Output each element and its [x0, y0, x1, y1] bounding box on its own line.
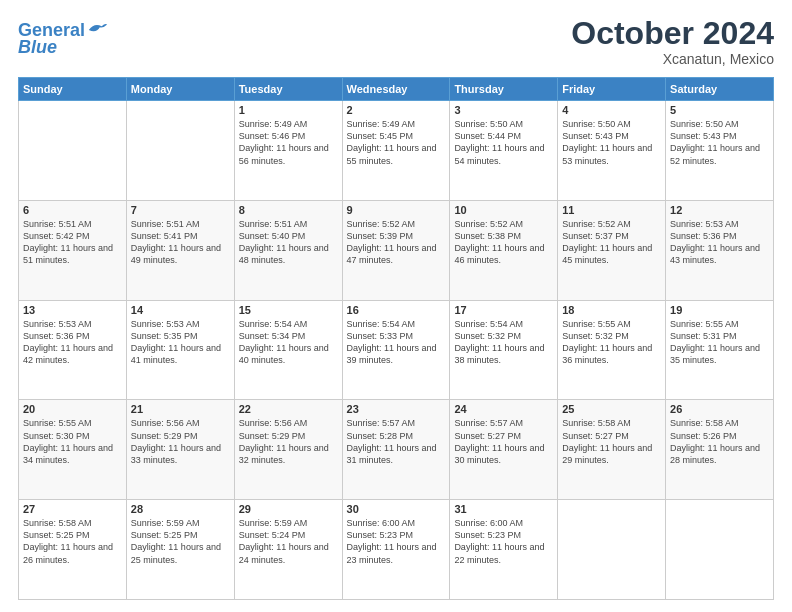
day-number: 26	[670, 403, 769, 415]
day-detail: Sunrise: 5:53 AM Sunset: 5:36 PM Dayligh…	[23, 318, 122, 367]
calendar-header-row: SundayMondayTuesdayWednesdayThursdayFrid…	[19, 78, 774, 101]
day-detail: Sunrise: 5:51 AM Sunset: 5:40 PM Dayligh…	[239, 218, 338, 267]
calendar-cell	[19, 101, 127, 201]
calendar-cell: 24Sunrise: 5:57 AM Sunset: 5:27 PM Dayli…	[450, 400, 558, 500]
day-detail: Sunrise: 5:52 AM Sunset: 5:37 PM Dayligh…	[562, 218, 661, 267]
day-detail: Sunrise: 5:51 AM Sunset: 5:42 PM Dayligh…	[23, 218, 122, 267]
day-number: 8	[239, 204, 338, 216]
week-row-3: 13Sunrise: 5:53 AM Sunset: 5:36 PM Dayli…	[19, 300, 774, 400]
day-header-thursday: Thursday	[450, 78, 558, 101]
calendar-table: SundayMondayTuesdayWednesdayThursdayFrid…	[18, 77, 774, 600]
day-header-monday: Monday	[126, 78, 234, 101]
day-number: 4	[562, 104, 661, 116]
calendar-cell: 1Sunrise: 5:49 AM Sunset: 5:46 PM Daylig…	[234, 101, 342, 201]
calendar-cell: 30Sunrise: 6:00 AM Sunset: 5:23 PM Dayli…	[342, 500, 450, 600]
day-detail: Sunrise: 5:58 AM Sunset: 5:26 PM Dayligh…	[670, 417, 769, 466]
day-detail: Sunrise: 5:52 AM Sunset: 5:39 PM Dayligh…	[347, 218, 446, 267]
day-detail: Sunrise: 5:57 AM Sunset: 5:28 PM Dayligh…	[347, 417, 446, 466]
day-number: 11	[562, 204, 661, 216]
day-number: 22	[239, 403, 338, 415]
day-detail: Sunrise: 5:55 AM Sunset: 5:30 PM Dayligh…	[23, 417, 122, 466]
day-number: 29	[239, 503, 338, 515]
calendar-cell: 23Sunrise: 5:57 AM Sunset: 5:28 PM Dayli…	[342, 400, 450, 500]
calendar-cell: 31Sunrise: 6:00 AM Sunset: 5:23 PM Dayli…	[450, 500, 558, 600]
calendar-cell: 27Sunrise: 5:58 AM Sunset: 5:25 PM Dayli…	[19, 500, 127, 600]
calendar-cell: 11Sunrise: 5:52 AM Sunset: 5:37 PM Dayli…	[558, 200, 666, 300]
calendar-cell: 7Sunrise: 5:51 AM Sunset: 5:41 PM Daylig…	[126, 200, 234, 300]
day-number: 6	[23, 204, 122, 216]
day-detail: Sunrise: 5:53 AM Sunset: 5:36 PM Dayligh…	[670, 218, 769, 267]
day-number: 19	[670, 304, 769, 316]
day-detail: Sunrise: 5:54 AM Sunset: 5:33 PM Dayligh…	[347, 318, 446, 367]
calendar-cell: 22Sunrise: 5:56 AM Sunset: 5:29 PM Dayli…	[234, 400, 342, 500]
day-number: 24	[454, 403, 553, 415]
calendar-cell: 3Sunrise: 5:50 AM Sunset: 5:44 PM Daylig…	[450, 101, 558, 201]
day-number: 16	[347, 304, 446, 316]
day-number: 14	[131, 304, 230, 316]
day-number: 17	[454, 304, 553, 316]
week-row-4: 20Sunrise: 5:55 AM Sunset: 5:30 PM Dayli…	[19, 400, 774, 500]
calendar-cell: 8Sunrise: 5:51 AM Sunset: 5:40 PM Daylig…	[234, 200, 342, 300]
day-number: 10	[454, 204, 553, 216]
day-number: 7	[131, 204, 230, 216]
week-row-2: 6Sunrise: 5:51 AM Sunset: 5:42 PM Daylig…	[19, 200, 774, 300]
calendar-cell: 14Sunrise: 5:53 AM Sunset: 5:35 PM Dayli…	[126, 300, 234, 400]
day-detail: Sunrise: 5:53 AM Sunset: 5:35 PM Dayligh…	[131, 318, 230, 367]
day-header-saturday: Saturday	[666, 78, 774, 101]
day-detail: Sunrise: 5:54 AM Sunset: 5:32 PM Dayligh…	[454, 318, 553, 367]
calendar-cell: 28Sunrise: 5:59 AM Sunset: 5:25 PM Dayli…	[126, 500, 234, 600]
page: General Blue October 2024 Xcanatun, Mexi…	[0, 0, 792, 612]
calendar-cell: 15Sunrise: 5:54 AM Sunset: 5:34 PM Dayli…	[234, 300, 342, 400]
day-detail: Sunrise: 5:55 AM Sunset: 5:32 PM Dayligh…	[562, 318, 661, 367]
calendar-cell: 2Sunrise: 5:49 AM Sunset: 5:45 PM Daylig…	[342, 101, 450, 201]
day-header-sunday: Sunday	[19, 78, 127, 101]
day-detail: Sunrise: 5:57 AM Sunset: 5:27 PM Dayligh…	[454, 417, 553, 466]
day-number: 3	[454, 104, 553, 116]
day-detail: Sunrise: 5:56 AM Sunset: 5:29 PM Dayligh…	[131, 417, 230, 466]
month-title: October 2024	[571, 16, 774, 51]
day-number: 1	[239, 104, 338, 116]
calendar-cell: 26Sunrise: 5:58 AM Sunset: 5:26 PM Dayli…	[666, 400, 774, 500]
calendar-cell: 12Sunrise: 5:53 AM Sunset: 5:36 PM Dayli…	[666, 200, 774, 300]
day-number: 20	[23, 403, 122, 415]
day-number: 18	[562, 304, 661, 316]
calendar-cell: 19Sunrise: 5:55 AM Sunset: 5:31 PM Dayli…	[666, 300, 774, 400]
day-number: 30	[347, 503, 446, 515]
logo: General Blue	[18, 20, 109, 56]
calendar-cell: 13Sunrise: 5:53 AM Sunset: 5:36 PM Dayli…	[19, 300, 127, 400]
day-number: 23	[347, 403, 446, 415]
calendar-cell	[558, 500, 666, 600]
day-detail: Sunrise: 5:54 AM Sunset: 5:34 PM Dayligh…	[239, 318, 338, 367]
day-number: 2	[347, 104, 446, 116]
day-detail: Sunrise: 5:49 AM Sunset: 5:46 PM Dayligh…	[239, 118, 338, 167]
day-header-wednesday: Wednesday	[342, 78, 450, 101]
location: Xcanatun, Mexico	[571, 51, 774, 67]
logo-blue-text: Blue	[18, 38, 57, 56]
day-number: 12	[670, 204, 769, 216]
calendar-cell: 25Sunrise: 5:58 AM Sunset: 5:27 PM Dayli…	[558, 400, 666, 500]
day-detail: Sunrise: 5:56 AM Sunset: 5:29 PM Dayligh…	[239, 417, 338, 466]
calendar-cell: 4Sunrise: 5:50 AM Sunset: 5:43 PM Daylig…	[558, 101, 666, 201]
day-detail: Sunrise: 5:49 AM Sunset: 5:45 PM Dayligh…	[347, 118, 446, 167]
day-detail: Sunrise: 5:58 AM Sunset: 5:27 PM Dayligh…	[562, 417, 661, 466]
day-detail: Sunrise: 5:51 AM Sunset: 5:41 PM Dayligh…	[131, 218, 230, 267]
week-row-1: 1Sunrise: 5:49 AM Sunset: 5:46 PM Daylig…	[19, 101, 774, 201]
calendar-cell: 20Sunrise: 5:55 AM Sunset: 5:30 PM Dayli…	[19, 400, 127, 500]
day-detail: Sunrise: 5:52 AM Sunset: 5:38 PM Dayligh…	[454, 218, 553, 267]
day-number: 31	[454, 503, 553, 515]
header: General Blue October 2024 Xcanatun, Mexi…	[18, 16, 774, 67]
day-number: 13	[23, 304, 122, 316]
logo-bird-icon	[87, 20, 109, 40]
title-block: October 2024 Xcanatun, Mexico	[571, 16, 774, 67]
calendar-cell	[666, 500, 774, 600]
calendar-cell: 17Sunrise: 5:54 AM Sunset: 5:32 PM Dayli…	[450, 300, 558, 400]
day-detail: Sunrise: 5:59 AM Sunset: 5:24 PM Dayligh…	[239, 517, 338, 566]
calendar-cell: 18Sunrise: 5:55 AM Sunset: 5:32 PM Dayli…	[558, 300, 666, 400]
day-number: 9	[347, 204, 446, 216]
day-number: 5	[670, 104, 769, 116]
calendar-cell	[126, 101, 234, 201]
calendar-cell: 6Sunrise: 5:51 AM Sunset: 5:42 PM Daylig…	[19, 200, 127, 300]
week-row-5: 27Sunrise: 5:58 AM Sunset: 5:25 PM Dayli…	[19, 500, 774, 600]
day-detail: Sunrise: 5:50 AM Sunset: 5:43 PM Dayligh…	[562, 118, 661, 167]
calendar-cell: 10Sunrise: 5:52 AM Sunset: 5:38 PM Dayli…	[450, 200, 558, 300]
